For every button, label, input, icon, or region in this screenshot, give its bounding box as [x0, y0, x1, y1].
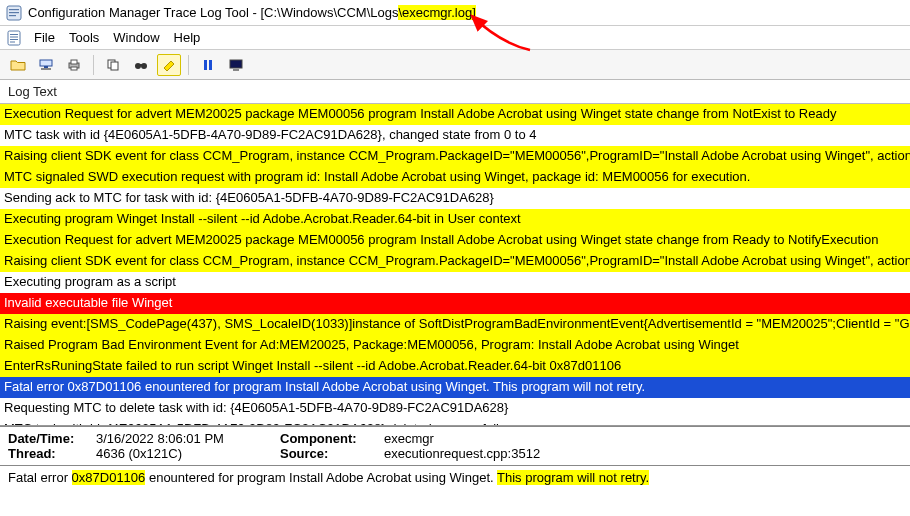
log-row[interactable]: Invalid executable file Winget	[0, 293, 910, 314]
title-prefix: Configuration Manager Trace Log Tool - […	[28, 5, 398, 20]
log-row[interactable]: Execution Request for advert MEM20025 pa…	[0, 230, 910, 251]
log-row[interactable]: Executing program Winget Install --silen…	[0, 209, 910, 230]
thread-value: 4636 (0x121C)	[96, 446, 276, 461]
component-label: Component:	[280, 431, 380, 446]
svg-rect-7	[10, 39, 18, 40]
toolbar-separator	[93, 55, 94, 75]
details-pane: Date/Time: 3/16/2022 8:06:01 PM Componen…	[0, 426, 910, 466]
printer-icon	[66, 58, 82, 72]
log-row[interactable]: Fatal error 0x87D01106 enountered for pr…	[0, 377, 910, 398]
log-row[interactable]: Raised Program Bad Environment Event for…	[0, 335, 910, 356]
copy-button[interactable]	[101, 54, 125, 76]
log-row[interactable]: MTC signaled SWD execution request with …	[0, 167, 910, 188]
app-icon	[6, 5, 22, 21]
thread-label: Thread:	[8, 446, 92, 461]
open-file-button[interactable]	[6, 54, 30, 76]
svg-rect-11	[41, 68, 51, 70]
component-value: execmgr	[384, 431, 434, 446]
status-error-code: 0x87D01106	[72, 470, 146, 485]
svg-rect-3	[9, 15, 16, 16]
status-text-mid: enountered for program Install Adobe Acr…	[145, 470, 497, 485]
status-text-pre: Fatal error	[8, 470, 72, 485]
date-value: 3/16/2022 8:06:01 PM	[96, 431, 276, 446]
svg-rect-22	[230, 60, 242, 68]
title-highlight: \execmgr.log]	[398, 5, 475, 20]
source-label: Source:	[280, 446, 380, 461]
svg-rect-13	[71, 60, 77, 64]
svg-rect-16	[111, 62, 118, 70]
server-icon	[38, 58, 54, 72]
svg-rect-5	[10, 34, 18, 35]
open-folder-icon	[10, 58, 26, 72]
log-header: Log Text	[0, 80, 910, 104]
title-bar: Configuration Manager Trace Log Tool - […	[0, 0, 910, 26]
svg-rect-2	[9, 12, 19, 13]
svg-rect-19	[140, 64, 142, 66]
svg-rect-14	[71, 67, 77, 70]
svg-rect-10	[44, 66, 48, 68]
log-row[interactable]: MTC task with id: {4E0605A1-5DFB-4A70-9D…	[0, 419, 910, 426]
menu-bar: File Tools Window Help	[0, 26, 910, 50]
pause-icon	[200, 58, 216, 72]
menu-file[interactable]: File	[30, 28, 65, 47]
window-title: Configuration Manager Trace Log Tool - […	[28, 5, 476, 20]
find-button[interactable]	[129, 54, 153, 76]
log-row[interactable]: EnterRsRuningState failed to run script …	[0, 356, 910, 377]
menu-window[interactable]: Window	[109, 28, 169, 47]
toolbar-separator	[188, 55, 189, 75]
svg-rect-4	[8, 31, 20, 45]
svg-rect-6	[10, 36, 18, 37]
log-row[interactable]: Executing program as a script	[0, 272, 910, 293]
source-value: executionrequest.cpp:3512	[384, 446, 540, 461]
svg-rect-21	[209, 60, 212, 70]
log-row[interactable]: MTC task with id {4E0605A1-5DFB-4A70-9D8…	[0, 125, 910, 146]
menu-help[interactable]: Help	[170, 28, 211, 47]
status-retry-text: This program will not retry.	[497, 470, 649, 485]
open-server-button[interactable]	[34, 54, 58, 76]
menu-tools[interactable]: Tools	[65, 28, 109, 47]
svg-rect-1	[9, 9, 19, 10]
svg-rect-9	[40, 60, 52, 66]
document-icon	[6, 30, 22, 46]
binoculars-icon	[133, 58, 149, 72]
monitor-icon	[228, 58, 244, 72]
autoscroll-button[interactable]	[224, 54, 248, 76]
log-row[interactable]: Requesting MTC to delete task with id: {…	[0, 398, 910, 419]
log-row[interactable]: Raising event:[SMS_CodePage(437), SMS_Lo…	[0, 314, 910, 335]
print-button[interactable]	[62, 54, 86, 76]
svg-rect-8	[10, 41, 15, 42]
log-row[interactable]: Sending ack to MTC for task with id: {4E…	[0, 188, 910, 209]
log-row[interactable]: Raising client SDK event for class CCM_P…	[0, 146, 910, 167]
pause-button[interactable]	[196, 54, 220, 76]
copy-icon	[105, 58, 121, 72]
date-label: Date/Time:	[8, 431, 92, 446]
svg-rect-23	[233, 69, 239, 71]
status-bar: Fatal error 0x87D01106 enountered for pr…	[0, 466, 910, 489]
svg-rect-20	[204, 60, 207, 70]
highlight-icon	[161, 58, 177, 72]
log-row[interactable]: Raising client SDK event for class CCM_P…	[0, 251, 910, 272]
toolbar	[0, 50, 910, 80]
log-area[interactable]: Execution Request for advert MEM20025 pa…	[0, 104, 910, 426]
highlight-button[interactable]	[157, 54, 181, 76]
log-row[interactable]: Execution Request for advert MEM20025 pa…	[0, 104, 910, 125]
